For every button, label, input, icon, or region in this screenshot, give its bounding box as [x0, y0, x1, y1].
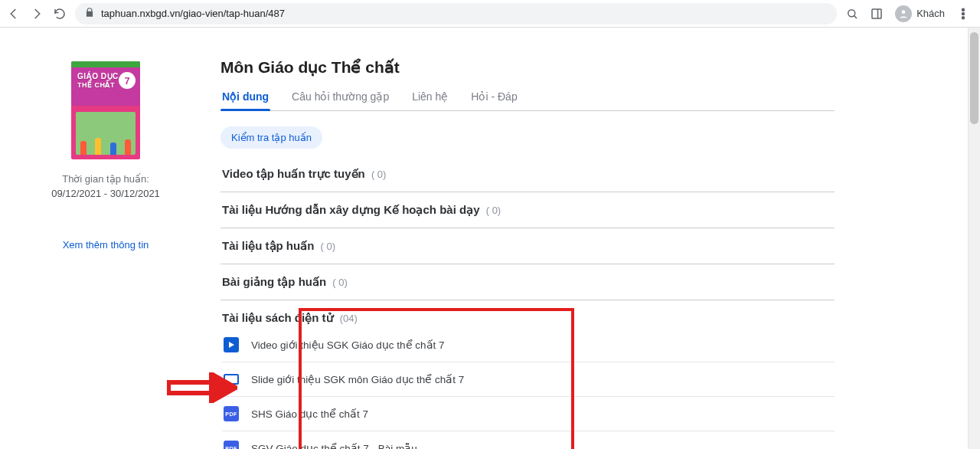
- tab-faq[interactable]: Câu hỏi thường gặp: [290, 90, 390, 110]
- svg-point-0: [848, 9, 855, 16]
- ebook-item-label: SGV Giáo dục thể chất 7 - Bài mẫu: [251, 442, 417, 449]
- browser-nav: [3, 3, 70, 25]
- svg-point-5: [962, 8, 965, 11]
- section-ebook: Tài liệu sách điện tử (04) Video giới th…: [220, 300, 835, 449]
- svg-point-6: [962, 12, 965, 15]
- training-period-value: 09/12/2021 - 30/12/2021: [51, 188, 160, 199]
- tab-bar: Nội dung Câu hỏi thường gặp Liên hệ Hỏi …: [220, 90, 835, 111]
- svg-rect-2: [872, 9, 881, 18]
- section-training-doc[interactable]: Tài liệu tập huấn ( 0): [220, 228, 835, 264]
- cover-grade-badge: 7: [119, 72, 136, 89]
- vertical-scrollbar[interactable]: [968, 28, 980, 449]
- tab-contact[interactable]: Liên hệ: [410, 90, 449, 110]
- section-lecture[interactable]: Bài giảng tập huấn ( 0): [220, 264, 835, 300]
- section-count: ( 0): [321, 241, 336, 252]
- ebook-item[interactable]: Video giới thiệu SGK Giáo dục thể chất 7: [222, 328, 835, 362]
- section-count: ( 0): [371, 169, 387, 180]
- book-cover: GIÁO DỤC THỂ CHẤT 7: [71, 61, 140, 159]
- side-panel-icon[interactable]: [866, 3, 887, 25]
- ebook-item[interactable]: PDF SGV Giáo dục thể chất 7 - Bài mẫu: [222, 431, 835, 449]
- sidebar: GIÁO DỤC THỂ CHẤT 7 Thời gian tập huấn: …: [0, 41, 184, 449]
- training-period-label: Thời gian tập huấn:: [62, 173, 149, 185]
- svg-point-4: [902, 10, 906, 14]
- section-count: ( 0): [486, 205, 501, 216]
- ebook-item[interactable]: PDF SHS Giáo dục thể chất 7: [222, 397, 835, 431]
- avatar-icon: [895, 5, 912, 22]
- section-count: ( 0): [332, 277, 348, 288]
- page-viewport: GIÁO DỤC THỂ CHẤT 7 Thời gian tập huấn: …: [0, 28, 980, 449]
- section-count: (04): [340, 313, 358, 324]
- svg-line-1: [854, 15, 857, 18]
- ebook-item[interactable]: Slide giới thiệu SGK môn Giáo dục thể ch…: [222, 362, 835, 397]
- tab-qa[interactable]: Hỏi - Đáp: [469, 90, 518, 110]
- ebook-item-label: Slide giới thiệu SGK môn Giáo dục thể ch…: [251, 373, 464, 385]
- browser-toolbar: taphuan.nxbgd.vn/giao-vien/tap-huan/487 …: [0, 0, 980, 28]
- browser-right-controls: Khách: [841, 3, 974, 25]
- ebook-item-label: SHS Giáo dục thể chất 7: [251, 408, 368, 420]
- forward-button[interactable]: [26, 3, 47, 25]
- ebook-list: Video giới thiệu SGK Giáo dục thể chất 7…: [222, 328, 835, 449]
- search-page-icon[interactable]: [841, 3, 863, 25]
- page-title: Môn Giáo dục Thể chất: [220, 58, 835, 77]
- cover-title-line2: THỂ CHẤT: [77, 81, 115, 89]
- ebook-item-label: Video giới thiệu SGK Giáo dục thể chất 7: [251, 339, 445, 351]
- section-video-online[interactable]: Video tập huấn trực tuyến ( 0): [220, 156, 835, 192]
- more-info-link[interactable]: Xem thêm thông tin: [63, 239, 149, 251]
- address-url: taphuan.nxbgd.vn/giao-vien/tap-huan/487: [101, 8, 285, 19]
- pdf-icon: PDF: [224, 441, 239, 449]
- main-content: Môn Giáo dục Thể chất Nội dung Câu hỏi t…: [220, 41, 835, 449]
- pdf-icon: PDF: [224, 406, 239, 421]
- section-lesson-plan[interactable]: Tài liệu Hướng dẫn xây dựng Kế hoạch bài…: [220, 192, 835, 228]
- address-bar[interactable]: taphuan.nxbgd.vn/giao-vien/tap-huan/487: [75, 3, 837, 25]
- profile-button[interactable]: Khách: [890, 5, 949, 22]
- tab-content[interactable]: Nội dung: [220, 90, 270, 110]
- scrollbar-thumb[interactable]: [970, 32, 978, 124]
- cover-title-line1: GIÁO DỤC: [77, 72, 119, 80]
- reload-button[interactable]: [49, 3, 70, 25]
- take-test-button[interactable]: Kiểm tra tập huấn: [220, 126, 322, 149]
- section-title-text: Tài liệu tập huấn: [222, 239, 314, 252]
- section-title-text: Tài liệu sách điện tử: [222, 311, 334, 324]
- profile-label: Khách: [916, 8, 945, 19]
- svg-marker-8: [229, 342, 234, 348]
- svg-point-7: [962, 16, 965, 18]
- video-icon: [224, 337, 239, 352]
- slide-icon: [224, 372, 239, 387]
- section-title-text: Bài giảng tập huấn: [222, 275, 326, 288]
- kebab-menu-icon[interactable]: [952, 3, 974, 25]
- back-button[interactable]: [3, 3, 24, 25]
- section-title-text: Tài liệu Hướng dẫn xây dựng Kế hoạch bài…: [222, 203, 480, 216]
- lock-icon: [84, 7, 95, 20]
- section-title-text: Video tập huấn trực tuyến: [222, 167, 365, 180]
